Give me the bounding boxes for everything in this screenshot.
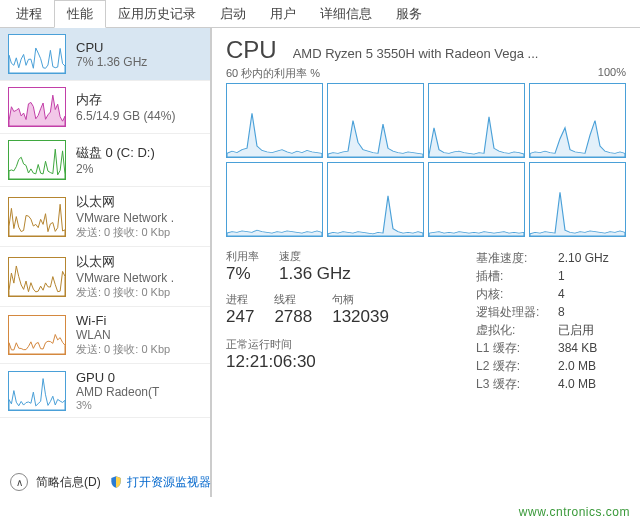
info-row: 插槽:1 bbox=[476, 267, 609, 285]
core-chart-3 bbox=[529, 83, 626, 158]
tab-1[interactable]: 性能 bbox=[54, 0, 106, 28]
side-title: GPU 0 bbox=[76, 370, 202, 385]
info-row: 虚拟化:已启用 bbox=[476, 321, 609, 339]
core-chart-1 bbox=[327, 83, 424, 158]
stat-value: 247 bbox=[226, 307, 254, 327]
stat-value: 2788 bbox=[274, 307, 312, 327]
stat-label: 利用率 bbox=[226, 249, 259, 264]
stat-value: 132039 bbox=[332, 307, 389, 327]
stat-label: 线程 bbox=[274, 292, 312, 307]
thumb-chart bbox=[8, 34, 66, 74]
thumb-chart bbox=[8, 371, 66, 411]
info-val: 8 bbox=[558, 303, 565, 321]
sidebar-item--[interactable]: 以太网VMware Network .发送: 0 接收: 0 Kbp bbox=[0, 187, 210, 247]
side-sub2: 发送: 0 接收: 0 Kbp bbox=[76, 285, 202, 300]
info-key: L1 缓存: bbox=[476, 339, 546, 357]
content-area: CPU7% 1.36 GHz内存6.5/14.9 GB (44%)磁盘 0 (C… bbox=[0, 28, 640, 497]
stat-speed: 速度 1.36 GHz bbox=[279, 249, 351, 284]
thumb-chart bbox=[8, 87, 66, 127]
watermark: www.cntronics.com bbox=[519, 505, 630, 519]
info-val: 2.10 GHz bbox=[558, 249, 609, 267]
sidebar-item-gpu-0[interactable]: GPU 0AMD Radeon(T3% bbox=[0, 364, 210, 418]
info-key: 基准速度: bbox=[476, 249, 546, 267]
tab-2[interactable]: 应用历史记录 bbox=[106, 0, 208, 27]
info-key: L3 缓存: bbox=[476, 375, 546, 393]
stat-label: 速度 bbox=[279, 249, 351, 264]
info-val: 384 KB bbox=[558, 339, 597, 357]
info-row: L1 缓存:384 KB bbox=[476, 339, 609, 357]
shield-icon bbox=[109, 475, 123, 489]
info-val: 已启用 bbox=[558, 321, 594, 339]
tab-3[interactable]: 启动 bbox=[208, 0, 258, 27]
side-sub: VMware Network . bbox=[76, 211, 202, 225]
info-val: 4 bbox=[558, 285, 565, 303]
chart-caption-left: 60 秒内的利用率 % bbox=[226, 66, 320, 81]
core-chart-0 bbox=[226, 83, 323, 158]
stat-processes: 进程 247 bbox=[226, 292, 254, 327]
sidebar-item-wi-fi[interactable]: Wi-FiWLAN发送: 0 接收: 0 Kbp bbox=[0, 307, 210, 364]
info-row: 内核:4 bbox=[476, 285, 609, 303]
info-row: 基准速度:2.10 GHz bbox=[476, 249, 609, 267]
tab-5[interactable]: 详细信息 bbox=[308, 0, 384, 27]
chart-caption-right: 100% bbox=[598, 66, 626, 81]
core-chart-4 bbox=[226, 162, 323, 237]
side-title: 磁盘 0 (C: D:) bbox=[76, 144, 202, 162]
cpu-model: AMD Ryzen 5 3550H with Radeon Vega ... bbox=[293, 46, 626, 61]
stat-value: 12:21:06:30 bbox=[226, 352, 456, 372]
tab-6[interactable]: 服务 bbox=[384, 0, 434, 27]
core-chart-6 bbox=[428, 162, 525, 237]
side-title: CPU bbox=[76, 40, 202, 55]
sidebar-item-cpu[interactable]: CPU7% 1.36 GHz bbox=[0, 28, 210, 81]
open-resource-monitor-link[interactable]: 打开资源监视器 bbox=[109, 474, 211, 491]
thumb-chart bbox=[8, 315, 66, 355]
info-val: 2.0 MB bbox=[558, 357, 596, 375]
sidebar-item--[interactable]: 内存6.5/14.9 GB (44%) bbox=[0, 81, 210, 134]
info-val: 1 bbox=[558, 267, 565, 285]
chevron-up-icon[interactable]: ∧ bbox=[10, 473, 28, 491]
core-chart-2 bbox=[428, 83, 525, 158]
thumb-chart bbox=[8, 197, 66, 237]
main-title: CPU bbox=[226, 36, 277, 64]
info-key: 插槽: bbox=[476, 267, 546, 285]
stat-value: 7% bbox=[226, 264, 259, 284]
side-sub2: 发送: 0 接收: 0 Kbp bbox=[76, 342, 202, 357]
tab-4[interactable]: 用户 bbox=[258, 0, 308, 27]
side-sub: AMD Radeon(T bbox=[76, 385, 202, 399]
info-row: 逻辑处理器:8 bbox=[476, 303, 609, 321]
stat-uptime: 正常运行时间 12:21:06:30 bbox=[226, 337, 456, 372]
sidebar-item--[interactable]: 以太网VMware Network .发送: 0 接收: 0 Kbp bbox=[0, 247, 210, 307]
side-sub: WLAN bbox=[76, 328, 202, 342]
side-sub: 2% bbox=[76, 162, 202, 176]
core-grid bbox=[226, 83, 626, 237]
info-val: 4.0 MB bbox=[558, 375, 596, 393]
thumb-chart bbox=[8, 140, 66, 180]
stat-label: 进程 bbox=[226, 292, 254, 307]
side-title: 内存 bbox=[76, 91, 202, 109]
cpu-info-table: 基准速度:2.10 GHz插槽:1内核:4逻辑处理器:8虚拟化:已启用L1 缓存… bbox=[476, 249, 609, 393]
core-chart-7 bbox=[529, 162, 626, 237]
stat-threads: 线程 2788 bbox=[274, 292, 312, 327]
info-key: 逻辑处理器: bbox=[476, 303, 546, 321]
info-row: L3 缓存:4.0 MB bbox=[476, 375, 609, 393]
side-sub: VMware Network . bbox=[76, 271, 202, 285]
stat-value: 1.36 GHz bbox=[279, 264, 351, 284]
side-title: 以太网 bbox=[76, 253, 202, 271]
sidebar-item--0-c-d-[interactable]: 磁盘 0 (C: D:)2% bbox=[0, 134, 210, 187]
side-title: 以太网 bbox=[76, 193, 202, 211]
side-sub2: 发送: 0 接收: 0 Kbp bbox=[76, 225, 202, 240]
info-key: 内核: bbox=[476, 285, 546, 303]
core-chart-5 bbox=[327, 162, 424, 237]
tab-0[interactable]: 进程 bbox=[4, 0, 54, 27]
stat-utilization: 利用率 7% bbox=[226, 249, 259, 284]
resmon-label: 打开资源监视器 bbox=[127, 474, 211, 491]
side-title: Wi-Fi bbox=[76, 313, 202, 328]
info-key: L2 缓存: bbox=[476, 357, 546, 375]
stat-label: 句柄 bbox=[332, 292, 389, 307]
side-sub: 6.5/14.9 GB (44%) bbox=[76, 109, 202, 123]
side-sub2: 3% bbox=[76, 399, 202, 411]
thumb-chart bbox=[8, 257, 66, 297]
brief-info-link[interactable]: 简略信息(D) bbox=[36, 474, 101, 491]
info-key: 虚拟化: bbox=[476, 321, 546, 339]
sidebar: CPU7% 1.36 GHz内存6.5/14.9 GB (44%)磁盘 0 (C… bbox=[0, 28, 212, 497]
side-sub: 7% 1.36 GHz bbox=[76, 55, 202, 69]
